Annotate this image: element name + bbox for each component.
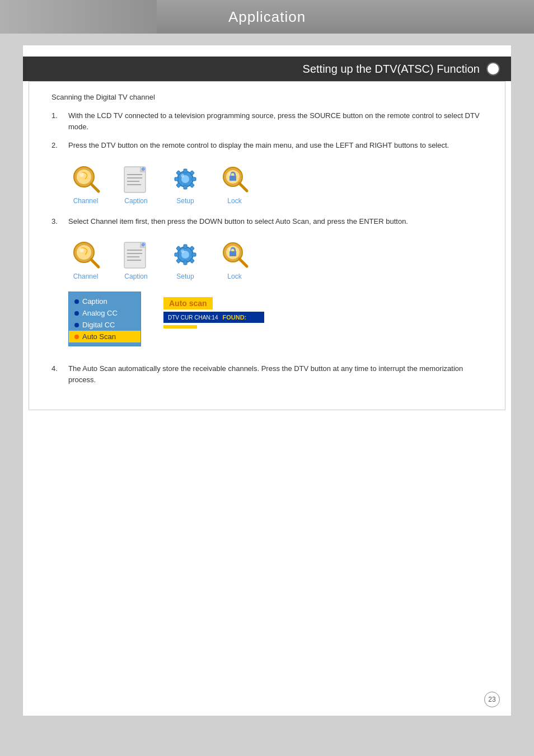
menu-item-caption-label: Caption — [82, 297, 107, 306]
step-2: 2. Press the DTV button on the remote co… — [51, 140, 483, 151]
menu-item-digital-cc-label: Digital CC — [82, 321, 115, 329]
lock-label-2: Lock — [227, 273, 241, 280]
step-1: 1. With the LCD TV connected to a televi… — [51, 110, 483, 132]
svg-rect-45 — [192, 253, 196, 256]
menu-item-analog-cc: Analog CC — [69, 307, 140, 319]
section-header: Setting up the DTV(ATSC) Function — [23, 57, 511, 81]
svg-line-30 — [91, 260, 99, 267]
svg-rect-44 — [175, 253, 179, 256]
step-4-number: 4. — [51, 363, 68, 385]
svg-rect-42 — [184, 245, 187, 248]
step-3-number: 3. — [51, 216, 68, 227]
caption-icon-svg-1 — [120, 166, 152, 195]
step-3-text: Select Channel item first, then press th… — [68, 216, 483, 227]
icons-row-2: Channel Caption — [68, 238, 483, 280]
lock-icon-svg-1 — [218, 163, 251, 195]
svg-point-3 — [79, 172, 84, 177]
menu-item-caption: Caption — [69, 295, 140, 307]
step-4-text: The Auto Scan automatically store the re… — [68, 363, 483, 385]
setup-label-2: Setup — [176, 273, 194, 280]
bullet-digital-cc — [74, 323, 79, 327]
caption-icon-svg-2 — [120, 241, 152, 270]
svg-line-26 — [240, 184, 247, 191]
caption-label-2: Caption — [124, 273, 147, 280]
caption-icon-item-1: Caption — [120, 166, 152, 205]
menu-item-analog-cc-label: Analog CC — [82, 309, 118, 317]
icons-row-1: Channel Caption — [68, 162, 483, 205]
auto-scan-channel: DTV CUR CHAN:14 — [168, 314, 218, 321]
svg-rect-15 — [184, 185, 187, 189]
bullet-analog-cc — [74, 311, 79, 316]
section-title: Setting up the DTV(ATSC) Function — [303, 63, 480, 76]
channel-label-1: Channel — [73, 197, 99, 205]
svg-point-1 — [77, 170, 91, 184]
bullet-caption — [74, 299, 79, 304]
svg-point-39 — [142, 243, 145, 246]
setup-icon-svg-1 — [169, 163, 202, 195]
auto-scan-bar: DTV CUR CHAN:14 FOUND: — [163, 312, 264, 323]
step-4: 4. The Auto Scan automatically store the… — [51, 363, 483, 385]
menu-item-digital-cc: Digital CC — [69, 319, 140, 331]
svg-line-54 — [240, 259, 247, 266]
svg-rect-14 — [184, 169, 187, 173]
channel-icon-svg-2 — [68, 238, 103, 270]
svg-rect-53 — [229, 251, 236, 256]
channel-icon-svg-1 — [68, 162, 103, 195]
step-1-number: 1. — [51, 110, 68, 132]
lock-icon-item-1: Lock — [218, 163, 251, 205]
scanning-title: Scanning the Digital TV channel — [51, 93, 483, 101]
lock-icon-svg-2 — [218, 239, 251, 270]
svg-point-29 — [77, 245, 91, 260]
step-1-text: With the LCD TV connected to a televisio… — [68, 110, 483, 132]
menu-area: Caption Analog CC Digital CC Auto Scan A… — [68, 292, 483, 346]
lock-label-1: Lock — [227, 197, 241, 205]
scan-progress-bar — [163, 325, 197, 328]
svg-rect-43 — [184, 261, 187, 265]
svg-rect-17 — [192, 177, 196, 181]
step-3: 3. Select Channel item first, then press… — [51, 216, 483, 227]
svg-point-50 — [181, 250, 184, 253]
setup-label-1: Setup — [176, 197, 194, 205]
caption-label-1: Caption — [124, 197, 147, 205]
menu-item-auto-scan: Auto Scan — [69, 331, 140, 342]
svg-point-27 — [228, 172, 232, 176]
svg-point-11 — [142, 167, 145, 171]
section-header-circle — [486, 62, 500, 76]
content-body: Scanning the Digital TV channel 1. With … — [29, 81, 505, 410]
setup-icon-svg-2 — [169, 239, 202, 270]
auto-scan-title: Auto scan — [163, 297, 213, 309]
svg-point-22 — [181, 174, 184, 177]
auto-scan-found: FOUND: — [222, 314, 246, 321]
svg-point-55 — [228, 248, 232, 251]
channel-icon-item-2: Channel — [68, 238, 103, 280]
lock-icon-item-2: Lock — [218, 239, 251, 280]
page-number: 23 — [484, 692, 500, 707]
svg-rect-16 — [175, 177, 179, 181]
svg-rect-25 — [229, 176, 236, 181]
channel-icon-item-1: Channel — [68, 162, 103, 205]
dropdown-menu: Caption Analog CC Digital CC Auto Scan — [68, 292, 141, 346]
caption-icon-item-2: Caption — [120, 241, 152, 280]
auto-scan-panel: Auto scan DTV CUR CHAN:14 FOUND: — [163, 297, 264, 328]
channel-label-2: Channel — [73, 273, 99, 280]
svg-point-31 — [79, 248, 84, 252]
setup-icon-item-2: Setup — [169, 239, 202, 280]
menu-item-auto-scan-label: Auto Scan — [82, 332, 116, 341]
setup-icon-item-1: Setup — [169, 163, 202, 205]
header-bar: Application — [0, 0, 534, 34]
step-2-text: Press the DTV button on the remote contr… — [68, 140, 483, 151]
main-content: Setting up the DTV(ATSC) Function Scanni… — [22, 45, 512, 716]
bullet-auto-scan — [74, 335, 79, 339]
step-2-number: 2. — [51, 140, 68, 151]
svg-line-2 — [91, 184, 99, 191]
page-title: Application — [228, 8, 306, 26]
